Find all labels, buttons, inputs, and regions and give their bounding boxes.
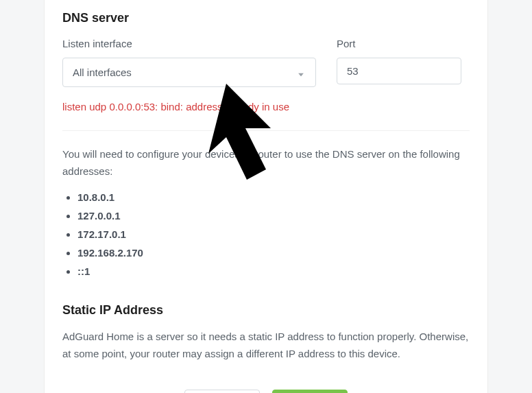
address-list: 10.8.0.1 127.0.0.1 172.17.0.1 192.168.2.… (62, 190, 470, 278)
listen-interface-select[interactable]: All interfaces (62, 58, 316, 87)
port-input[interactable] (337, 58, 461, 84)
dns-server-heading: DNS server (62, 10, 470, 27)
list-item: 127.0.0.1 (77, 209, 470, 223)
section-divider (62, 130, 470, 131)
wizard-buttons: Back Next (62, 390, 470, 393)
static-ip-heading: Static IP Address (62, 302, 470, 319)
dns-fields-row: Listen interface All interfaces Port (62, 36, 470, 87)
list-item: 172.17.0.1 (77, 227, 470, 241)
listen-interface-label: Listen interface (62, 36, 316, 51)
port-label: Port (337, 36, 461, 51)
instruction-text: You will need to configure your devices … (62, 146, 470, 180)
list-item: 192.168.2.170 (77, 246, 470, 260)
settings-card: DNS server Listen interface All interfac… (44, 0, 488, 393)
listen-interface-field: Listen interface All interfaces (62, 36, 316, 87)
static-ip-text: AdGuard Home is a server so it needs a s… (62, 329, 470, 363)
dns-error-message: listen udp 0.0.0.0:53: bind: address alr… (62, 99, 470, 114)
list-item: 10.8.0.1 (77, 190, 470, 204)
static-ip-section: Static IP Address AdGuard Home is a serv… (62, 302, 470, 363)
list-item: ::1 (77, 264, 470, 278)
next-button[interactable]: Next (272, 390, 348, 393)
port-field: Port (337, 36, 461, 84)
back-button[interactable]: Back (184, 390, 260, 393)
